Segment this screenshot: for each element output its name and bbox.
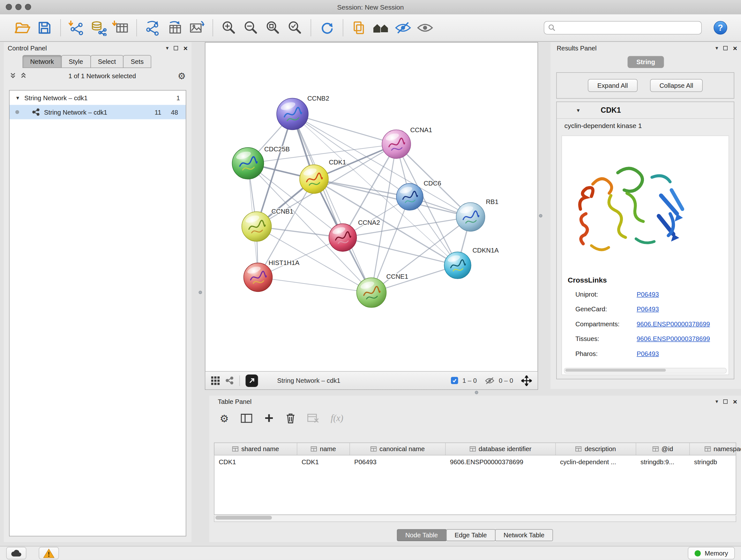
panel-float-icon[interactable] <box>174 46 179 50</box>
column-header-namespace[interactable]: namespace <box>690 443 741 455</box>
network-node-ccnb1[interactable]: CCNB1 <box>242 208 293 241</box>
table-horizontal-scrollbar[interactable] <box>214 516 737 522</box>
tab-network[interactable]: Network <box>23 55 62 68</box>
tab-node-table[interactable]: Node Table <box>397 530 447 542</box>
delete-column-trash-icon[interactable] <box>286 413 295 423</box>
crosshair-move-icon[interactable] <box>522 375 532 386</box>
compartments-link[interactable]: 9606.ENSP00000378699 <box>636 320 710 328</box>
detach-view-button[interactable] <box>246 374 258 387</box>
network-node-hist1h1a[interactable]: HIST1H1A <box>244 259 300 292</box>
first-neighbors-button[interactable] <box>370 17 392 39</box>
maximize-window-icon[interactable] <box>25 4 31 10</box>
zoom-in-button[interactable] <box>218 17 240 39</box>
warnings-button[interactable] <box>39 547 59 559</box>
minimize-window-icon[interactable] <box>15 4 22 10</box>
network-overview-icon[interactable] <box>226 376 234 385</box>
column-header-name[interactable]: name <box>297 443 350 455</box>
panel-close-icon[interactable]: × <box>733 398 737 405</box>
search-input[interactable] <box>556 23 697 32</box>
table-row[interactable]: CDK1 CDK1 P06493 9606.ENSP00000378699 cy… <box>214 455 736 469</box>
column-header-database-identifier[interactable]: database identifier <box>446 443 556 455</box>
selected-checkbox-icon[interactable] <box>451 377 458 384</box>
new-table-button[interactable] <box>164 17 186 39</box>
show-columns-icon[interactable] <box>241 414 252 423</box>
zoom-out-button[interactable] <box>240 17 262 39</box>
memory-button[interactable]: Memory <box>688 547 735 559</box>
network-row-selected[interactable]: String Network – cdk1 11 48 <box>10 105 186 119</box>
import-network-from-database-button[interactable] <box>88 17 110 39</box>
node-label: CDC25B <box>264 145 290 152</box>
hide-selected-button[interactable] <box>392 17 414 39</box>
import-table-button[interactable] <box>110 17 132 39</box>
apply-layout-button[interactable] <box>316 17 338 39</box>
export-image-button[interactable] <box>186 17 208 39</box>
window-title: Session: New Session <box>0 0 741 14</box>
cell-canonical-name: P06493 <box>350 458 446 466</box>
network-canvas[interactable]: CCNB2CCNA1CDC25BCDK1CDC6RB1CCNB1CCNA2CDK… <box>205 43 538 372</box>
zoom-selected-button[interactable] <box>284 17 306 39</box>
network-node-cdk1[interactable]: CDK1 <box>300 159 346 194</box>
birdseye-grid-icon[interactable] <box>211 376 220 385</box>
copy-document-icon <box>351 20 367 36</box>
save-session-button[interactable] <box>33 17 56 39</box>
protein-detail-header[interactable]: ▼ CDK1 <box>557 102 734 119</box>
panel-menu-icon[interactable]: ▾ <box>166 45 169 51</box>
network-node-rb1[interactable]: RB1 <box>456 198 498 232</box>
section-expanded-icon[interactable]: ▼ <box>576 108 581 113</box>
network-node-ccnb2[interactable]: CCNB2 <box>277 95 329 130</box>
zoom-fit-button[interactable] <box>262 17 284 39</box>
tab-network-table[interactable]: Network Table <box>495 530 553 542</box>
help-button[interactable]: ? <box>710 17 731 39</box>
expand-all-chevrons-icon[interactable] <box>10 72 16 79</box>
panel-float-icon[interactable] <box>724 46 728 50</box>
collection-expanded-icon[interactable]: ▼ <box>15 95 20 101</box>
crosslink-row-compartments: Compartments: 9606.ENSP00000378699 <box>562 317 729 332</box>
network-node-ccna1[interactable]: CCNA1 <box>382 126 432 159</box>
tab-select[interactable]: Select <box>90 55 124 68</box>
genecard-link[interactable]: P06493 <box>636 306 659 313</box>
collection-count: 1 <box>177 94 180 102</box>
tab-sets[interactable]: Sets <box>123 55 151 68</box>
vertical-splitter-left[interactable] <box>199 291 202 294</box>
network-node-cdc25b[interactable]: CDC25B <box>232 145 290 179</box>
show-all-button[interactable] <box>414 17 436 39</box>
network-node-cdc6[interactable]: CDC6 <box>396 180 441 210</box>
results-horizontal-scrollbar[interactable] <box>564 368 727 374</box>
panel-close-icon[interactable]: × <box>184 44 188 52</box>
close-window-icon[interactable] <box>6 4 12 10</box>
expand-all-button[interactable]: Expand All <box>588 79 637 92</box>
tissues-link[interactable]: 9606.ENSP00000378699 <box>636 335 710 343</box>
cloud-status-button[interactable] <box>6 547 26 559</box>
column-header-canonical-name[interactable]: canonical name <box>350 443 446 455</box>
collapse-all-chevrons-icon[interactable] <box>20 72 27 79</box>
network-selection-bar: 1 of 1 Network selected ⚙ <box>4 68 192 83</box>
add-column-icon[interactable] <box>264 414 274 423</box>
horizontal-splitter[interactable] <box>475 391 478 394</box>
panel-menu-icon[interactable]: ▾ <box>716 45 718 51</box>
new-network-button[interactable] <box>142 17 164 39</box>
collapse-all-button[interactable]: Collapse All <box>650 79 703 92</box>
annotation-copy-button[interactable] <box>348 17 370 39</box>
panel-close-icon[interactable]: × <box>733 44 737 52</box>
pharos-link[interactable]: P06493 <box>636 350 659 358</box>
panel-float-icon[interactable] <box>724 399 728 403</box>
import-network-from-file-button[interactable] <box>66 17 88 39</box>
network-options-gear-icon[interactable]: ⚙ <box>178 71 186 80</box>
table-header-row: shared name name canonical name database… <box>214 442 737 455</box>
uniprot-link[interactable]: P06493 <box>636 291 659 298</box>
tab-style[interactable]: Style <box>61 55 91 68</box>
open-session-button[interactable] <box>11 17 33 39</box>
column-header-description[interactable]: description <box>556 443 636 455</box>
tab-edge-table[interactable]: Edge Table <box>446 530 495 542</box>
node-label: CDKN1A <box>473 247 499 254</box>
search-box[interactable] <box>544 21 702 35</box>
tab-string[interactable]: String <box>628 56 664 68</box>
network-collection-row[interactable]: ▼ String Network – cdk1 1 <box>10 91 186 105</box>
column-header-shared-name[interactable]: shared name <box>214 443 297 455</box>
column-header-id[interactable]: @id <box>636 443 690 455</box>
panel-menu-icon[interactable]: ▾ <box>716 399 718 404</box>
vertical-splitter-right[interactable] <box>539 214 542 218</box>
network-node-cdkn1a[interactable]: CDKN1A <box>444 247 499 279</box>
crosslink-row-pharos: Pharos: P06493 <box>562 347 729 361</box>
table-settings-gear-icon[interactable]: ⚙ <box>220 413 229 423</box>
